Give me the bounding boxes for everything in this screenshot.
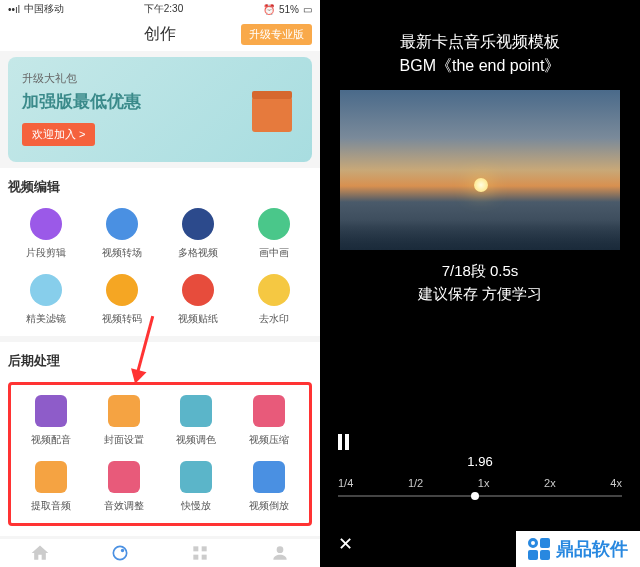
- gift-icon: [232, 87, 302, 137]
- feature-icon: [182, 274, 214, 306]
- grid-item-post-5[interactable]: 音效调整: [88, 461, 161, 513]
- feature-icon: [182, 208, 214, 240]
- section-video-edit: 视频编辑 片段剪辑视频转场多格视频画中画精美滤镜视频转码视频贴纸去水印: [0, 168, 320, 336]
- svg-rect-3: [202, 546, 207, 551]
- time: 下午2:30: [144, 2, 183, 16]
- feature-icon: [180, 395, 212, 427]
- feature-icon: [108, 461, 140, 493]
- feature-icon: [258, 274, 290, 306]
- speed-labels: 1/41/21x2x4x: [338, 477, 622, 489]
- svg-point-6: [277, 546, 284, 553]
- feature-icon: [253, 395, 285, 427]
- grid-item-edit-1[interactable]: 视频转场: [84, 208, 160, 260]
- player-controls: 1.96 1/41/21x2x4x: [320, 434, 640, 497]
- grid-item-post-6[interactable]: 快慢放: [160, 461, 233, 513]
- brand-text: 鼎品软件: [556, 537, 628, 561]
- grid-item-post-1[interactable]: 封面设置: [88, 395, 161, 447]
- speed-mark[interactable]: 4x: [610, 477, 622, 489]
- svg-rect-5: [202, 555, 207, 560]
- grid-item-edit-6[interactable]: 视频贴纸: [160, 274, 236, 326]
- tab-video[interactable]: [80, 543, 160, 563]
- speed-mark[interactable]: 2x: [544, 477, 556, 489]
- svg-rect-2: [193, 546, 198, 551]
- page-title: 创作: [144, 24, 176, 45]
- grid-item-edit-2[interactable]: 多格视频: [160, 208, 236, 260]
- tab-grid[interactable]: [160, 543, 240, 563]
- video-title-line1: 最新卡点音乐视频模板: [340, 30, 620, 54]
- upgrade-button[interactable]: 升级专业版: [241, 24, 312, 45]
- speed-mark[interactable]: 1/4: [338, 477, 353, 489]
- feature-icon: [30, 274, 62, 306]
- grid-item-post-2[interactable]: 视频调色: [160, 395, 233, 447]
- grid-item-post-4[interactable]: 提取音频: [15, 461, 88, 513]
- speed-slider[interactable]: [338, 495, 622, 497]
- feature-label: 视频配音: [31, 433, 71, 447]
- pause-button[interactable]: [338, 434, 622, 450]
- status-bar: ••ıl 中国移动 下午2:30 ⏰ 51% ▭: [0, 0, 320, 18]
- brand-icon: [528, 538, 550, 560]
- segment-info: 7/18段 0.5s: [340, 262, 620, 281]
- feature-label: 画中画: [259, 246, 289, 260]
- grid-item-edit-7[interactable]: 去水印: [236, 274, 312, 326]
- feature-icon: [108, 395, 140, 427]
- carrier: 中国移动: [24, 2, 64, 16]
- video-preview[interactable]: [340, 90, 620, 250]
- grid-item-edit-4[interactable]: 精美滤镜: [8, 274, 84, 326]
- feature-label: 去水印: [259, 312, 289, 326]
- section-post-process: 后期处理 视频配音封面设置视频调色视频压缩提取音频音效调整快慢放视频倒放: [0, 342, 320, 536]
- section-title: 视频编辑: [8, 178, 312, 196]
- grid-item-edit-0[interactable]: 片段剪辑: [8, 208, 84, 260]
- feature-label: 音效调整: [104, 499, 144, 513]
- feature-icon: [30, 208, 62, 240]
- right-screen: 最新卡点音乐视频模板 BGM《the end point》 7/18段 0.5s…: [320, 0, 640, 567]
- grid-item-post-3[interactable]: 视频压缩: [233, 395, 306, 447]
- battery: 51%: [279, 4, 299, 15]
- brand-watermark: 鼎品软件: [516, 531, 640, 567]
- feature-icon: [35, 395, 67, 427]
- feature-label: 封面设置: [104, 433, 144, 447]
- join-button[interactable]: 欢迎加入 >: [22, 123, 95, 146]
- arrow-annotation: [144, 315, 147, 375]
- feature-label: 提取音频: [31, 499, 71, 513]
- hint-text: 建议保存 方便学习: [340, 285, 620, 304]
- svg-point-0: [113, 546, 126, 559]
- feature-label: 片段剪辑: [26, 246, 66, 260]
- feature-icon: [106, 208, 138, 240]
- battery-icon: ▭: [303, 4, 312, 15]
- promo-card[interactable]: 升级大礼包 加强版最低优惠 欢迎加入 >: [8, 57, 312, 162]
- grid-item-edit-3[interactable]: 画中画: [236, 208, 312, 260]
- grid-item-edit-5[interactable]: 视频转码: [84, 274, 160, 326]
- feature-icon: [180, 461, 212, 493]
- highlight-annotation: 视频配音封面设置视频调色视频压缩提取音频音效调整快慢放视频倒放: [8, 382, 312, 526]
- tab-bar: [0, 539, 320, 567]
- time-value: 1.96: [338, 454, 622, 469]
- video-title-line2: BGM《the end point》: [340, 54, 620, 78]
- feature-label: 视频转码: [102, 312, 142, 326]
- feature-label: 多格视频: [178, 246, 218, 260]
- speed-mark[interactable]: 1/2: [408, 477, 423, 489]
- feature-icon: [35, 461, 67, 493]
- speed-mark[interactable]: 1x: [478, 477, 490, 489]
- signal-icon: ••ıl: [8, 4, 20, 15]
- promo-subtitle: 升级大礼包: [22, 71, 298, 86]
- feature-label: 视频调色: [176, 433, 216, 447]
- feature-label: 视频压缩: [249, 433, 289, 447]
- close-button[interactable]: ✕: [338, 533, 353, 555]
- svg-rect-4: [193, 555, 198, 560]
- feature-label: 视频倒放: [249, 499, 289, 513]
- header: 创作 升级专业版: [0, 18, 320, 51]
- left-screen: ••ıl 中国移动 下午2:30 ⏰ 51% ▭ 创作 升级专业版 升级大礼包 …: [0, 0, 320, 567]
- tab-home[interactable]: [0, 543, 80, 563]
- feature-label: 精美滤镜: [26, 312, 66, 326]
- tab-profile[interactable]: [240, 543, 320, 563]
- feature-icon: [106, 274, 138, 306]
- feature-label: 视频转场: [102, 246, 142, 260]
- grid-item-post-7[interactable]: 视频倒放: [233, 461, 306, 513]
- section-title: 后期处理: [8, 352, 312, 370]
- svg-point-1: [121, 549, 124, 552]
- feature-icon: [258, 208, 290, 240]
- grid-item-post-0[interactable]: 视频配音: [15, 395, 88, 447]
- alarm-icon: ⏰: [263, 4, 275, 15]
- feature-icon: [253, 461, 285, 493]
- slider-thumb[interactable]: [471, 492, 479, 500]
